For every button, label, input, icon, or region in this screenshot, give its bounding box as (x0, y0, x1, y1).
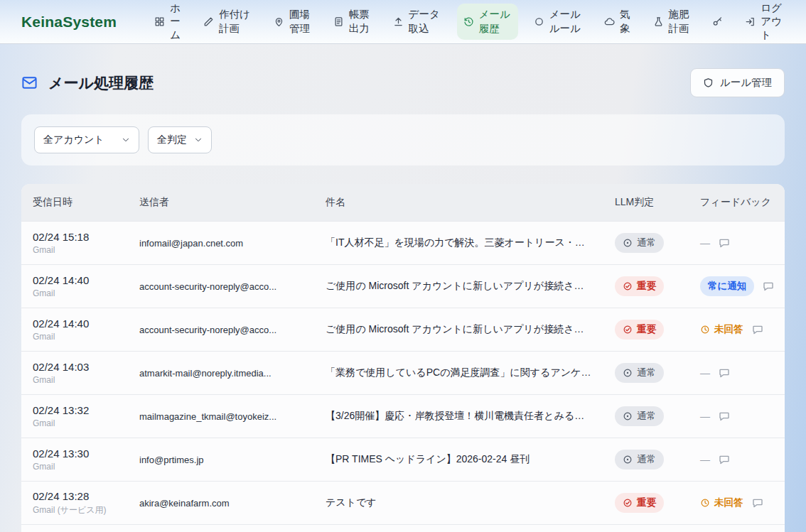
col-feedback: フィードバック (689, 184, 785, 222)
table-row[interactable]: 02/24 15:18 Gmail infomail@japan.cnet.co… (21, 222, 785, 265)
table-row[interactable]: 02/24 13:32 Gmail mailmagazine_tkmail@to… (21, 395, 785, 438)
page-title: メール処理履歴 (21, 73, 154, 93)
clock-icon (700, 498, 710, 508)
received-datetime: 02/24 14:40 (33, 274, 117, 286)
nav-item-logout[interactable]: ログアウト (738, 0, 789, 46)
comment-icon[interactable] (752, 497, 763, 509)
circle-dot-icon (623, 455, 633, 465)
received-datetime: 02/24 13:30 (33, 447, 117, 460)
upload-icon (393, 16, 404, 27)
nav-item-history[interactable]: メール履歴 (457, 4, 518, 39)
mail-subject: テストです (326, 496, 377, 508)
comment-icon[interactable] (719, 237, 730, 249)
table-row[interactable]: 02/24 13:30 Gmail info@prtimes.jp 【PR TI… (21, 438, 785, 482)
received-datetime: 02/24 14:40 (33, 317, 117, 330)
mail-subject: 「業務で使用しているPCの満足度調査」に関するアンケート ≪... (326, 367, 603, 378)
comment-icon[interactable] (719, 454, 730, 465)
feedback-status: 常に通知 (700, 276, 754, 296)
llm-judgement-label: 通常 (637, 453, 656, 466)
table-row[interactable]: 02/24 14:40 Gmail account-security-norep… (21, 265, 785, 308)
table-row[interactable]: 02/24 13:28 Gmail (サービス用) akira@keinafar… (21, 482, 785, 525)
top-navbar: KeinaSystem ホーム 作付け計画 圃場管理 帳票出力 データ取込 メー… (0, 0, 806, 44)
account-name: Gmail (33, 245, 117, 255)
col-received-datetime: 受信日時 (21, 184, 128, 222)
nav-item-label: メール履歴 (479, 8, 512, 35)
nav-item-label: 圃場管理 (289, 8, 311, 35)
table-row[interactable]: 02/24 12:10 digital@kochinews.jp 四万十福祉専門… (21, 525, 785, 532)
account-name: Gmail (33, 288, 117, 298)
llm-judgement-label: 通常 (637, 367, 656, 379)
comment-icon[interactable] (752, 324, 763, 335)
history-icon (463, 16, 474, 27)
app-logo: KeinaSystem (21, 13, 117, 31)
feedback-status: — (700, 237, 710, 249)
nav-item-map-pin[interactable]: 圃場管理 (267, 4, 318, 39)
comment-icon[interactable] (719, 367, 730, 379)
llm-judgement-badge: 重要 (615, 276, 664, 296)
table-row[interactable]: 02/24 14:40 Gmail account-security-norep… (21, 308, 785, 352)
map-pin-icon (274, 16, 284, 27)
key-icon (712, 16, 723, 27)
account-filter-select[interactable]: 全アカウント (34, 126, 139, 153)
comment-icon[interactable] (719, 411, 730, 422)
filters-card: 全アカウント 全判定 (21, 114, 785, 165)
nav-item-upload[interactable]: データ取込 (387, 4, 448, 39)
received-datetime: 02/24 13:28 (33, 490, 117, 502)
account-name: Gmail (33, 375, 117, 385)
sender-email: infomail@japan.cnet.com (139, 238, 243, 249)
judgement-filter-value: 全判定 (157, 134, 187, 146)
mail-icon (21, 75, 38, 91)
nav-item-pencil[interactable]: 作付け計画 (197, 4, 258, 39)
llm-judgement-badge: 重要 (615, 320, 664, 340)
mail-subject: 「IT人材不足」を現場の力で解決。三菱オートリース・MS＆AD... (326, 237, 603, 248)
feedback-status: 未回答 (700, 496, 743, 509)
nav-item-label: メールルール (549, 8, 582, 35)
llm-judgement-label: 重要 (637, 280, 656, 293)
mail-subject: ご使用の Microsoft アカウントに新しいアプリが接続されました (326, 323, 603, 335)
nav-item-home[interactable]: ホーム (148, 0, 188, 46)
account-name: Gmail (33, 418, 117, 428)
logout-icon (745, 16, 756, 27)
nav-item-document[interactable]: 帳票出力 (327, 4, 377, 39)
judgement-filter-select[interactable]: 全判定 (148, 126, 212, 153)
mail-subject: 【PR TIMES ヘッドライン】2026-02-24 昼刊 (326, 453, 530, 465)
circle-dot-icon (623, 368, 633, 378)
account-name: Gmail (33, 462, 117, 472)
page-title-text: メール処理履歴 (48, 73, 154, 93)
nav-item-label: データ取込 (409, 8, 441, 35)
clock-icon (700, 325, 710, 335)
circle-dot-icon (623, 411, 633, 421)
nav-item-label: ホーム (170, 1, 181, 42)
llm-judgement-label: 重要 (637, 496, 656, 509)
cloud-icon (604, 16, 615, 27)
comment-icon[interactable] (763, 281, 774, 292)
mail-subject: ご使用の Microsoft アカウントに新しいアプリが接続されました (326, 280, 603, 291)
llm-judgement-badge: 通常 (615, 363, 664, 383)
table-row[interactable]: 02/24 14:03 Gmail atmarkit-mail@noreply.… (21, 352, 785, 395)
chevron-down-icon (194, 136, 203, 144)
col-llm-judgement: LLM判定 (603, 184, 689, 222)
nav-item-flask[interactable]: 施肥計画 (647, 4, 697, 39)
nav-item-label: 施肥計画 (669, 8, 691, 35)
chevron-down-icon (122, 136, 130, 144)
sender-email: info@prtimes.jp (139, 455, 204, 465)
page-header: メール処理履歴 ルール管理 (21, 68, 785, 97)
llm-judgement-label: 重要 (637, 323, 656, 336)
received-datetime: 02/24 14:03 (33, 361, 117, 373)
nav-item-circle[interactable]: メールルール (527, 4, 589, 39)
llm-judgement-badge: 通常 (615, 406, 664, 426)
account-name: Gmail (33, 332, 117, 342)
shield-icon (703, 77, 714, 88)
feedback-status: — (700, 367, 710, 379)
circle-icon (534, 16, 544, 27)
check-circle-icon (623, 498, 633, 508)
nav-item-key[interactable] (706, 12, 729, 31)
col-subject: 件名 (314, 184, 603, 222)
col-sender: 送信者 (128, 184, 314, 222)
rule-management-button[interactable]: ルール管理 (690, 68, 785, 97)
document-icon (333, 16, 344, 27)
nav-item-label: 帳票出力 (349, 8, 371, 35)
nav-item-cloud[interactable]: 気象 (598, 4, 638, 39)
check-circle-icon (623, 281, 633, 291)
circle-dot-icon (623, 238, 633, 248)
